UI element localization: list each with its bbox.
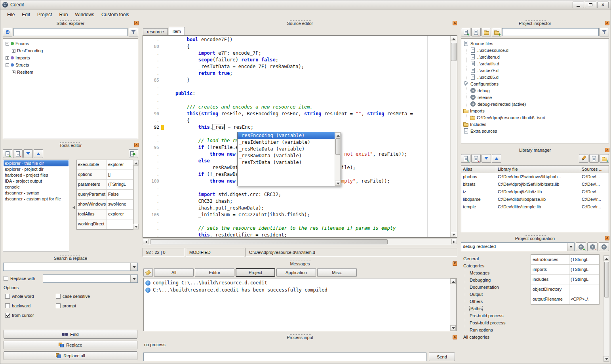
option-from-cursor[interactable]: from cursor [5, 311, 56, 320]
tab-item[interactable]: item [169, 27, 185, 35]
checkbox-icon[interactable] [5, 313, 10, 318]
scroll-thumb[interactable] [604, 262, 609, 297]
expander-icon[interactable] [6, 56, 9, 60]
inspector-tree-item[interactable]: ..\src\utils.d [461, 60, 609, 67]
tree-item[interactable]: ResEncoding [3, 47, 138, 54]
tool-item[interactable]: harbored - project files [4, 172, 69, 178]
property-value[interactable]: explorer [107, 160, 133, 170]
configuration-combobox[interactable]: debug-redirected [461, 242, 575, 251]
close-panel-icon[interactable] [134, 21, 139, 25]
filter-editor-button[interactable]: Editor [195, 268, 234, 277]
tools-grid-scrollbar[interactable] [133, 160, 139, 230]
move-down-button[interactable] [23, 149, 33, 158]
panel-header[interactable]: Tools editor [1, 141, 140, 149]
scroll-right-icon[interactable] [451, 239, 457, 244]
replace-with-checkbox[interactable] [4, 276, 8, 281]
property-value[interactable]: (TStringL [569, 265, 599, 274]
category-item[interactable]: Output [462, 291, 525, 298]
tool-item[interactable]: explorer - project dir [4, 166, 69, 172]
tree-item[interactable]: Imports [3, 54, 138, 61]
inspector-tree-item[interactable]: C:\Dev\dproj\resource.d\build\..\src\ [461, 114, 609, 121]
menu-custom-tools[interactable]: Custom tools [98, 11, 133, 19]
property-value[interactable]: <CPP>..\ [569, 294, 599, 304]
option-case-sensitive[interactable]: case sensitive [56, 292, 107, 301]
menu-file[interactable]: File [4, 11, 18, 19]
property-value[interactable]: [] [107, 170, 133, 179]
completion-item[interactable]: _resTxtData (variable) [238, 159, 335, 166]
menu-windows[interactable]: Windows [71, 11, 98, 19]
scroll-down-icon[interactable] [335, 181, 340, 186]
scroll-thumb[interactable] [451, 43, 457, 61]
scroll-down-icon[interactable] [451, 232, 456, 237]
maximize-button[interactable] [585, 2, 596, 8]
message-row[interactable]: C:\...\build\resource.d.coedit has been … [145, 286, 455, 293]
filter-misc-button[interactable]: Misc. [317, 268, 357, 277]
remove-tool-button[interactable] [13, 149, 23, 158]
clone-configuration-button[interactable] [599, 242, 609, 251]
close-button[interactable] [597, 2, 609, 8]
scroll-up-icon[interactable] [450, 278, 456, 284]
send-button[interactable]: Send [429, 353, 455, 361]
inspector-tree-item[interactable]: Extra sources [461, 128, 609, 134]
replace-button[interactable]: Replace [4, 341, 137, 349]
add-library-button[interactable] [461, 154, 470, 163]
tree-item[interactable]: Enums [3, 40, 138, 47]
tab-resource[interactable]: resource [143, 28, 168, 35]
property-value[interactable] [107, 219, 133, 229]
menu-edit[interactable]: Edit [18, 11, 34, 19]
category-item[interactable]: Others [462, 298, 525, 305]
expander-icon[interactable] [6, 42, 9, 46]
message-row[interactable]: compiling C:\...\build\resource.d.coedit [145, 279, 455, 286]
filter-application-button[interactable]: Application [276, 268, 316, 277]
expander-icon[interactable] [12, 49, 15, 53]
category-item[interactable]: General [462, 255, 525, 262]
register-library-button[interactable] [589, 154, 599, 163]
run-tool-button[interactable] [129, 149, 138, 158]
scroll-up-icon[interactable] [451, 36, 456, 41]
inspector-tree-item[interactable]: Includes [461, 121, 609, 128]
category-item[interactable]: Debugging [462, 276, 525, 284]
tool-item[interactable]: console [4, 184, 69, 190]
process-input-field[interactable] [143, 353, 426, 361]
library-row[interactable]: libdparseC:\Dev\dlibs\libdparse.libC:\De… [461, 196, 609, 203]
edit-library-button[interactable] [579, 154, 588, 163]
panel-header[interactable]: Source editor [142, 19, 458, 27]
option-whole-word[interactable]: whole word [5, 292, 56, 301]
category-item[interactable]: Post-build process [462, 319, 525, 326]
category-item[interactable]: Messages [462, 269, 525, 276]
expander-icon[interactable] [6, 63, 9, 67]
inspector-tree-item[interactable]: ..\src\z85.d [461, 74, 609, 80]
close-panel-icon[interactable] [605, 148, 609, 152]
category-item[interactable]: Run options [462, 326, 525, 334]
expander-icon[interactable] [12, 71, 15, 74]
inspector-tree-item[interactable]: release [461, 94, 609, 101]
category-item[interactable]: Documentation [462, 284, 525, 291]
completion-item[interactable]: _resEncoding (variable) [238, 132, 335, 139]
remove-configuration-button[interactable] [587, 242, 598, 251]
scroll-down-icon[interactable] [133, 224, 139, 229]
library-row[interactable]: bitsetsC:\Dev\dproj\bitSet\lib\bitsets.l… [461, 181, 609, 188]
remove-library-button[interactable] [471, 154, 481, 163]
library-column-header[interactable]: Sources ... [580, 166, 609, 173]
panel-header[interactable]: Library manager [459, 146, 611, 153]
collapse-splitter-icon[interactable] [71, 206, 75, 209]
add-configuration-button[interactable] [576, 242, 586, 251]
scroll-left-icon[interactable] [143, 239, 148, 244]
search-term-combobox[interactable] [3, 263, 138, 271]
filter-project-button[interactable]: Project [236, 268, 275, 277]
completion-item[interactable]: _resRawData (variable) [238, 152, 335, 159]
tree-item[interactable]: Structs [3, 61, 138, 69]
configuration-scrollbar[interactable] [603, 255, 610, 362]
library-row[interactable]: phobosC:\Dev\dmd2\windows\lib\phob...C:\… [461, 173, 609, 181]
editor-vertical-scrollbar[interactable] [450, 36, 457, 237]
move-up-button[interactable] [34, 149, 43, 158]
completion-scrollbar[interactable] [335, 132, 341, 186]
inspector-tree-item[interactable]: ..\src\item.d [461, 53, 609, 60]
property-value[interactable]: (TStringL [569, 274, 599, 284]
panel-header[interactable]: Project inspector [459, 19, 611, 27]
property-value[interactable]: swoNone [107, 200, 133, 209]
replace-all-button[interactable]: Replace all [4, 351, 137, 360]
category-item[interactable]: All categories [462, 334, 525, 341]
checkbox-icon[interactable] [5, 303, 10, 308]
symbol-search-input[interactable] [13, 28, 128, 36]
